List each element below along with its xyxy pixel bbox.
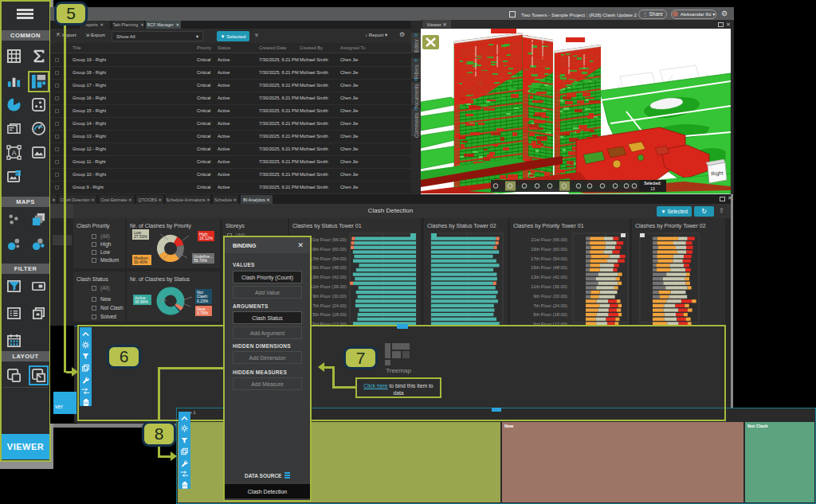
svg-text:0.23%: 0.23% xyxy=(197,299,209,303)
svg-text:30.40%: 30.40% xyxy=(134,260,148,264)
svg-text:13: 13 xyxy=(650,187,655,191)
svg-text:3.79%: 3.79% xyxy=(197,311,209,315)
svg-text:95.89%: 95.89% xyxy=(135,299,149,304)
svg-text:A: A xyxy=(12,149,17,157)
svg-text:16.12%: 16.12% xyxy=(199,236,214,240)
svg-text:27.53%: 27.53% xyxy=(134,234,148,239)
svg-text:56.70%: 56.70% xyxy=(194,258,208,263)
svg-text:Selected:: Selected: xyxy=(644,182,661,186)
